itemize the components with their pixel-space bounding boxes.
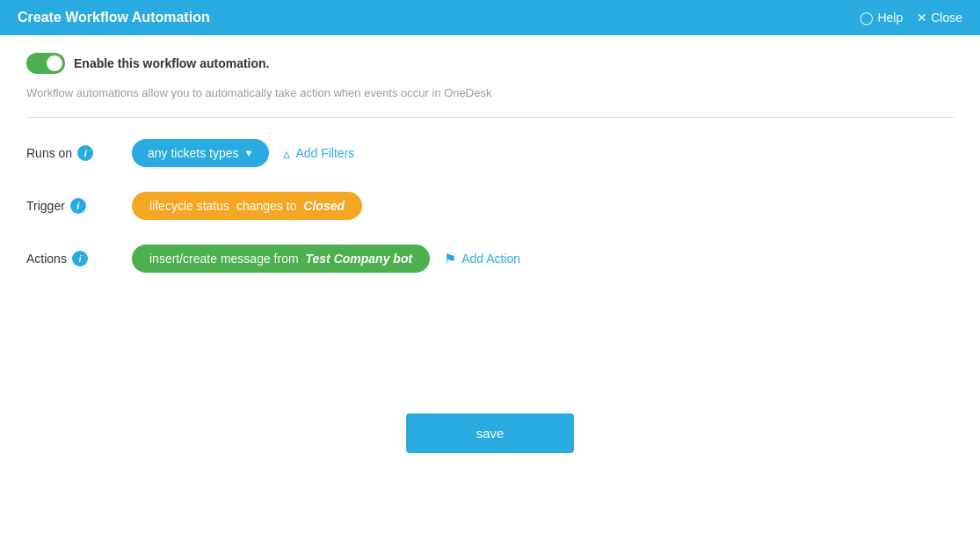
trigger-content: lifecycle status changes to Closed <box>132 192 954 220</box>
runs-on-info-icon[interactable]: i <box>77 145 93 161</box>
runs-on-row: Runs on i any tickets types ▼ ▵ Add Filt… <box>26 139 954 167</box>
add-filters-button[interactable]: ▵ Add Filters <box>283 145 354 162</box>
enable-toggle[interactable] <box>26 53 65 74</box>
runs-on-content: any tickets types ▼ ▵ Add Filters <box>132 139 954 167</box>
close-button[interactable]: ✕ Close <box>917 11 962 25</box>
actions-content: insert/create message from Test Company … <box>132 245 954 273</box>
action-pill-button[interactable]: insert/create message from Test Company … <box>132 245 430 273</box>
header-actions: ◯ Help ✕ Close <box>860 11 962 25</box>
add-action-button[interactable]: ⚑ Add Action <box>444 251 520 267</box>
divider <box>26 117 954 118</box>
flag-icon: ⚑ <box>444 251 456 267</box>
close-icon: ✕ <box>917 11 927 25</box>
runs-on-label: Runs on i <box>26 145 132 161</box>
actions-label: Actions i <box>26 251 132 267</box>
trigger-row: Trigger i lifecycle status changes to Cl… <box>26 192 954 220</box>
dropdown-arrow-icon: ▼ <box>244 148 254 158</box>
header: Create Workflow Automation ◯ Help ✕ Clos… <box>0 0 980 35</box>
trigger-pill-button[interactable]: lifecycle status changes to Closed <box>132 192 362 220</box>
trigger-part3: Closed <box>303 199 345 213</box>
actions-info-icon[interactable]: i <box>72 251 88 267</box>
help-button[interactable]: ◯ Help <box>860 11 903 25</box>
action-part2: Test Company bot <box>302 252 413 266</box>
filter-icon: ▵ <box>283 145 290 162</box>
trigger-part2: changes to <box>233 199 300 213</box>
page-title: Create Workflow Automation <box>18 10 210 26</box>
main-content: Enable this workflow automation. Workflo… <box>0 35 980 471</box>
trigger-label: Trigger i <box>26 198 132 214</box>
help-icon: ◯ <box>860 11 874 25</box>
save-area: save <box>26 413 954 453</box>
save-button[interactable]: save <box>406 413 575 453</box>
subtitle-text: Workflow automations allow you to automa… <box>26 86 954 99</box>
trigger-info-icon[interactable]: i <box>70 198 86 214</box>
toggle-row: Enable this workflow automation. <box>26 53 954 74</box>
ticket-types-button[interactable]: any tickets types ▼ <box>132 139 269 167</box>
actions-row: Actions i insert/create message from Tes… <box>26 245 954 273</box>
trigger-part1: lifecycle status <box>149 199 229 213</box>
toggle-label: Enable this workflow automation. <box>74 56 269 70</box>
action-part1: insert/create message from <box>149 252 299 266</box>
